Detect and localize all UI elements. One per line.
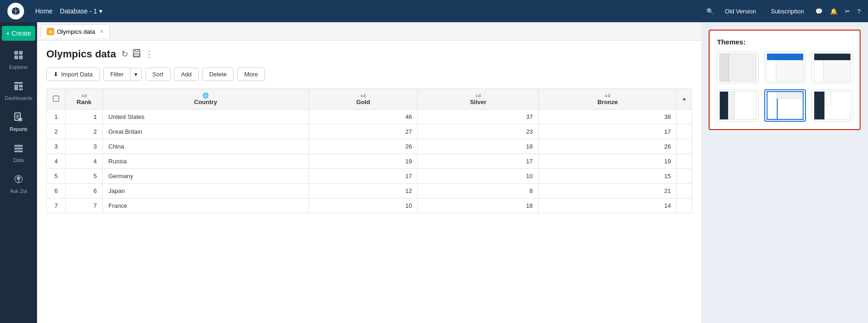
themes-title: Themes:: [717, 38, 852, 46]
sidebar: + Create Explorer Dashboards Reports D: [0, 22, 37, 323]
comment-icon[interactable]: 💬: [815, 8, 823, 15]
explorer-label: Explorer: [9, 64, 28, 70]
filter-button[interactable]: Filter: [103, 68, 130, 81]
refresh-icon[interactable]: ↻: [121, 49, 128, 59]
sort-button[interactable]: Sort: [145, 68, 170, 81]
help-icon[interactable]: ?: [857, 8, 861, 15]
silver-col-label: Silver: [470, 99, 486, 106]
theme-2-card[interactable]: [764, 51, 806, 84]
gold-cell: 26: [308, 139, 418, 154]
extra-cell: [677, 154, 692, 169]
theme-6-card[interactable]: [811, 89, 853, 122]
dashboards-label: Dashboards: [5, 95, 32, 101]
svg-rect-3: [19, 56, 23, 59]
extra-cell: [677, 124, 692, 139]
svg-rect-15: [14, 145, 23, 147]
silver-cell: 10: [418, 169, 539, 184]
svg-rect-23: [53, 96, 59, 101]
row-number: 4: [47, 154, 66, 169]
theme-5-card[interactable]: [764, 89, 806, 122]
svg-rect-4: [14, 82, 23, 84]
right-panel: Themes:: [701, 22, 868, 323]
silver-cell: 18: [418, 139, 539, 154]
olympics-tab[interactable]: ⊞ Olympics data ×: [41, 25, 110, 38]
page-header: Olympics data ↻ ⋮: [46, 48, 692, 60]
country-cell: Russia: [103, 154, 309, 169]
extra-cell: [677, 139, 692, 154]
country-cell: United States: [103, 110, 309, 124]
import-label: Import Data: [61, 71, 93, 78]
ask-zia-label: Ask Zia: [10, 188, 27, 194]
country-cell: Germany: [103, 169, 309, 184]
silver-cell: 17: [418, 154, 539, 169]
theme-4-card[interactable]: [717, 89, 759, 122]
col-header-checkbox: [47, 89, 66, 110]
gold-meta: +#: [360, 93, 366, 99]
svg-rect-7: [19, 88, 23, 90]
svg-rect-5: [14, 85, 18, 90]
toolbar: ⬇ Import Data Filter ▾ Sort Add Delete M…: [46, 68, 692, 81]
row-number: 3: [47, 139, 66, 154]
save-icon[interactable]: [132, 49, 141, 60]
col-header-rank: +# Rank: [66, 89, 103, 110]
subscription-link[interactable]: Subscription: [767, 6, 808, 17]
table-row: 3 3 China 26 18 26: [47, 139, 692, 154]
svg-rect-22: [134, 54, 139, 56]
sidebar-item-reports[interactable]: Reports: [0, 106, 37, 137]
extra-cell: [677, 184, 692, 199]
nav-home[interactable]: Home: [31, 6, 56, 17]
search-icon[interactable]: 🔍: [706, 8, 714, 15]
content-area: Olympics data ↻ ⋮ ⬇ Import Data Filter: [37, 41, 701, 323]
tab-close-button[interactable]: ×: [100, 28, 103, 35]
country-col-label: Country: [194, 99, 217, 106]
globe-icon: 🌐: [202, 93, 209, 99]
bronze-col-label: Bronze: [598, 99, 618, 106]
table-row: 7 7 France 10 18 14: [47, 199, 692, 213]
nav-links: Home Database - 1 ▾: [31, 6, 102, 17]
bell-icon[interactable]: 🔔: [830, 8, 837, 15]
rank-meta: +#: [81, 93, 87, 99]
gold-col-label: Gold: [356, 99, 370, 106]
sidebar-item-explorer[interactable]: Explorer: [0, 44, 37, 75]
sidebar-item-data[interactable]: Data: [0, 137, 37, 168]
filter-arrow-button[interactable]: ▾: [130, 68, 142, 81]
more-button[interactable]: More: [237, 68, 265, 81]
bronze-cell: 21: [539, 184, 677, 199]
delete-button[interactable]: Delete: [202, 68, 234, 81]
col-header-add[interactable]: +: [677, 89, 692, 110]
sidebar-item-dashboards[interactable]: Dashboards: [0, 75, 37, 106]
bronze-cell: 14: [539, 199, 677, 213]
sidebar-item-ask-zia[interactable]: Ask Zia: [0, 168, 37, 199]
tools-icon[interactable]: ✂: [845, 8, 850, 15]
col-header-bronze: +# Bronze: [539, 89, 677, 110]
table-header-row: +# Rank 🌐 Country: [47, 89, 692, 110]
svg-rect-1: [19, 51, 23, 55]
table-row: 6 6 Japan 12 8 21: [47, 184, 692, 199]
extra-cell: [677, 169, 692, 184]
nav-database[interactable]: Database - 1 ▾: [60, 7, 102, 15]
country-cell: Great Britain: [103, 124, 309, 139]
tab-icon: ⊞: [47, 28, 54, 35]
create-label: Create: [12, 30, 31, 37]
more-options-icon[interactable]: ⋮: [145, 49, 153, 59]
data-icon: [13, 143, 24, 155]
silver-cell: 23: [418, 124, 539, 139]
create-button[interactable]: + Create: [2, 26, 35, 41]
app-logo[interactable]: [7, 3, 24, 19]
table-row: 1 1 United States 46 37 38: [47, 110, 692, 124]
themes-grid: [717, 51, 852, 122]
theme-3-card[interactable]: [811, 51, 853, 84]
gold-cell: 27: [308, 124, 418, 139]
header-icons: ↻ ⋮: [121, 49, 153, 60]
old-version-link[interactable]: Old Version: [721, 6, 760, 17]
import-data-button[interactable]: ⬇ Import Data: [46, 68, 100, 81]
row-number: 1: [47, 110, 66, 124]
svg-rect-16: [14, 148, 23, 149]
gold-cell: 12: [308, 184, 418, 199]
svg-rect-6: [19, 85, 23, 87]
plus-icon: +: [6, 30, 10, 37]
theme-1-card[interactable]: [717, 51, 759, 84]
top-nav: Home Database - 1 ▾ 🔍 Old Version Subscr…: [0, 0, 868, 22]
add-button[interactable]: Add: [174, 68, 199, 81]
tab-label: Olympics data: [57, 28, 95, 35]
